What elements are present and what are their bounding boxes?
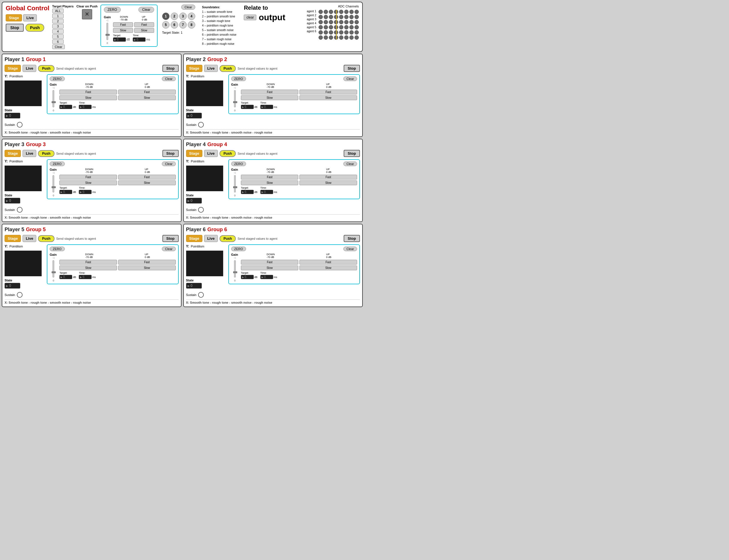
player-2-sustain-knob[interactable]	[198, 122, 204, 128]
player-4-state-input[interactable]: ▶ 0	[186, 198, 202, 204]
global-stop-button[interactable]: Stop	[6, 24, 24, 32]
sound-num-2[interactable]: 2	[171, 13, 178, 20]
player-2-push-button[interactable]: Push	[219, 65, 236, 72]
player-3-time-input[interactable]: ▶0.	[79, 190, 92, 194]
global-live-button[interactable]: Live	[23, 14, 37, 21]
player-2-canvas[interactable]	[186, 80, 223, 106]
player-3-slow-up-button[interactable]: Slow	[118, 180, 176, 185]
player-2-slow-up-button[interactable]: Slow	[299, 95, 357, 100]
player-3-push-button[interactable]: Push	[38, 150, 54, 157]
player-4-stage-button[interactable]: Stage	[186, 150, 202, 157]
player-1-slow-down-button[interactable]: Slow	[59, 95, 117, 100]
player-3-fast-down-button[interactable]: Fast	[59, 175, 117, 180]
player-6-clear-button[interactable]: Clear	[343, 247, 357, 251]
player-1-fast-down-button[interactable]: Fast	[59, 90, 117, 94]
slow-down-button[interactable]: Slow	[113, 28, 133, 33]
player-2-time-input[interactable]: ▶0.	[260, 105, 273, 109]
player-5-slow-down-button[interactable]: Slow	[59, 265, 117, 270]
player-clear-button[interactable]: Clear	[52, 45, 65, 49]
player-1-gain-slider[interactable]: ◁ 0	[50, 86, 57, 112]
player-6-sustain-knob[interactable]	[198, 292, 204, 298]
player-3-target-input[interactable]: ▶0.	[59, 190, 72, 194]
player-3-fast-up-button[interactable]: Fast	[118, 175, 176, 180]
player-4-target-input[interactable]: ▶0.	[241, 190, 254, 194]
player-1-stop-button[interactable]: Stop	[162, 65, 179, 72]
player-4-stop-button[interactable]: Stop	[344, 150, 360, 157]
sound-num-5[interactable]: 5	[162, 21, 170, 29]
player-3-gain-slider[interactable]: ◁ 0	[50, 171, 57, 197]
player-6-live-button[interactable]: Live	[204, 235, 218, 242]
player-4-zero-button[interactable]: ZERO	[231, 162, 246, 166]
player-4-canvas[interactable]	[186, 166, 223, 191]
player-1-state-input[interactable]: ▶ 0	[5, 113, 20, 118]
player-6-stop-button[interactable]: Stop	[344, 235, 360, 242]
player-4-slow-up-button[interactable]: Slow	[299, 180, 357, 185]
player-1-target-input[interactable]: ▶0.	[59, 105, 72, 109]
player-3-live-button[interactable]: Live	[23, 150, 36, 157]
fast-up-button[interactable]: Fast	[134, 22, 154, 27]
player-5-zero-button[interactable]: ZERO	[50, 247, 65, 251]
player-4-time-input[interactable]: ▶0.	[260, 190, 273, 194]
player-4-gain-slider[interactable]: ◁ 0	[231, 171, 239, 197]
player-5-push-button[interactable]: Push	[38, 235, 54, 242]
player-1-sustain-knob[interactable]	[17, 122, 23, 128]
player-5-target-input[interactable]: ▶0.	[59, 275, 72, 279]
player-2-clear-button[interactable]: Clear	[343, 76, 357, 81]
slow-up-button[interactable]: Slow	[134, 28, 154, 33]
player-4-fast-up-button[interactable]: Fast	[299, 175, 357, 180]
player-3-clear-button[interactable]: Clear	[162, 162, 176, 166]
global-clear-gain-button[interactable]: Clear	[138, 7, 154, 13]
player-6-gain-slider[interactable]: ◁ 0	[231, 256, 239, 282]
player-1-stage-button[interactable]: Stage	[5, 65, 21, 72]
target-input[interactable]: ▶ 0.	[113, 37, 126, 42]
player-3-sustain-knob[interactable]	[17, 207, 23, 213]
sound-num-7[interactable]: 7	[179, 21, 187, 29]
player-2-zero-button[interactable]: ZERO	[231, 76, 246, 81]
player-6-target-input[interactable]: ▶0.	[241, 275, 254, 279]
player-6-time-input[interactable]: ▶0.	[260, 275, 273, 279]
player-3-zero-button[interactable]: ZERO	[50, 162, 65, 166]
time-input[interactable]: ▶ 0.	[133, 37, 146, 42]
player-6-canvas[interactable]	[186, 251, 223, 276]
player-4-sustain-knob[interactable]	[198, 207, 204, 213]
sound-num-3[interactable]: 3	[179, 13, 187, 20]
player-5-fast-down-button[interactable]: Fast	[59, 260, 117, 265]
player-4-button[interactable]: 4	[52, 29, 64, 34]
gain-slider[interactable]: ◁ 0	[104, 19, 111, 45]
player-3-stop-button[interactable]: Stop	[162, 150, 179, 157]
player-1-canvas[interactable]	[5, 80, 42, 106]
player-2-slow-down-button[interactable]: Slow	[241, 95, 299, 100]
player-3-state-input[interactable]: ▶ 0	[5, 198, 20, 204]
player-5-stop-button[interactable]: Stop	[162, 235, 179, 242]
player-2-button[interactable]: 2	[52, 19, 64, 23]
global-zero-button[interactable]: ZERO	[104, 7, 121, 13]
sound-clear-button[interactable]: Clear	[181, 5, 195, 10]
sound-num-8[interactable]: 8	[188, 21, 195, 29]
player-3-stage-button[interactable]: Stage	[5, 150, 21, 157]
player-1-time-input[interactable]: ▶0.	[79, 105, 92, 109]
player-1-push-button[interactable]: Push	[38, 65, 54, 72]
player-5-clear-button[interactable]: Clear	[162, 247, 176, 251]
clear-on-push-toggle[interactable]: ✕	[82, 9, 92, 19]
global-push-button[interactable]: Push	[25, 24, 44, 32]
fast-down-button[interactable]: Fast	[113, 22, 133, 27]
player-6-stage-button[interactable]: Stage	[186, 235, 202, 242]
player-4-clear-button[interactable]: Clear	[343, 162, 357, 166]
player-2-target-input[interactable]: ▶0.	[241, 105, 254, 109]
global-stage-button[interactable]: Stage	[6, 14, 22, 21]
player-2-gain-slider[interactable]: ◁ 0	[231, 86, 239, 112]
player-3-slow-down-button[interactable]: Slow	[59, 180, 117, 185]
player-5-canvas[interactable]	[5, 251, 42, 276]
player-5-state-input[interactable]: ▶ 0	[5, 283, 20, 289]
player-6-slow-up-button[interactable]: Slow	[299, 265, 357, 270]
player-1-clear-button[interactable]: Clear	[162, 76, 176, 81]
player-all-button[interactable]: ALL	[52, 9, 64, 13]
player-1-live-button[interactable]: Live	[23, 65, 36, 72]
player-6-state-input[interactable]: ▶ 0	[186, 283, 202, 289]
player-6-fast-down-button[interactable]: Fast	[241, 260, 299, 265]
player-1-button[interactable]: 1	[52, 14, 64, 18]
player-3-button[interactable]: 3	[52, 24, 64, 29]
player-6-zero-button[interactable]: ZERO	[231, 247, 246, 251]
player-5-slow-up-button[interactable]: Slow	[118, 265, 176, 270]
player-1-slow-up-button[interactable]: Slow	[118, 95, 176, 100]
